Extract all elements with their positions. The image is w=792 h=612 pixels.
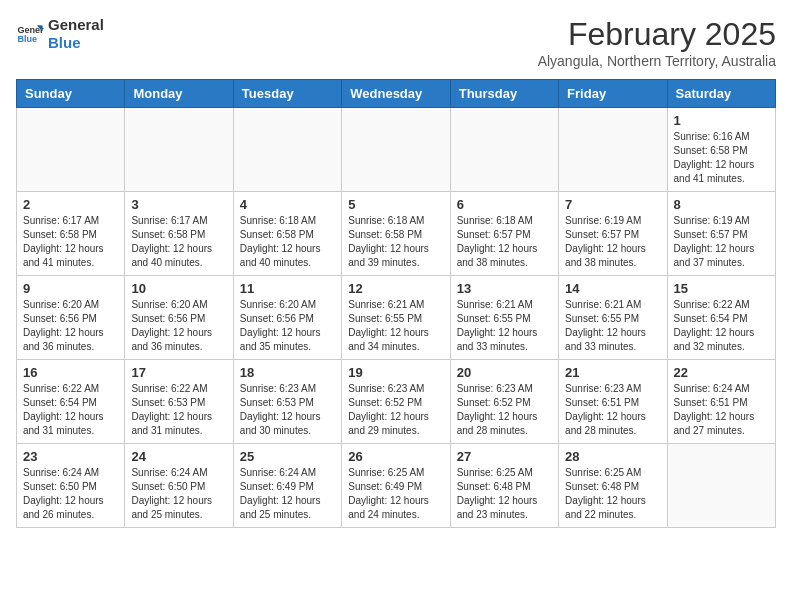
calendar-week-1: 1Sunrise: 6:16 AM Sunset: 6:58 PM Daylig… <box>17 108 776 192</box>
day-number: 1 <box>674 113 769 128</box>
calendar-table: SundayMondayTuesdayWednesdayThursdayFrid… <box>16 79 776 528</box>
calendar-cell: 20Sunrise: 6:23 AM Sunset: 6:52 PM Dayli… <box>450 360 558 444</box>
page-header: General Blue General Blue February 2025 … <box>16 16 776 69</box>
calendar-cell: 15Sunrise: 6:22 AM Sunset: 6:54 PM Dayli… <box>667 276 775 360</box>
calendar-cell <box>233 108 341 192</box>
day-info: Sunrise: 6:20 AM Sunset: 6:56 PM Dayligh… <box>23 298 118 354</box>
calendar-cell: 26Sunrise: 6:25 AM Sunset: 6:49 PM Dayli… <box>342 444 450 528</box>
calendar-cell: 12Sunrise: 6:21 AM Sunset: 6:55 PM Dayli… <box>342 276 450 360</box>
day-info: Sunrise: 6:17 AM Sunset: 6:58 PM Dayligh… <box>131 214 226 270</box>
calendar-week-3: 9Sunrise: 6:20 AM Sunset: 6:56 PM Daylig… <box>17 276 776 360</box>
day-number: 27 <box>457 449 552 464</box>
day-info: Sunrise: 6:25 AM Sunset: 6:48 PM Dayligh… <box>457 466 552 522</box>
day-number: 25 <box>240 449 335 464</box>
day-info: Sunrise: 6:25 AM Sunset: 6:49 PM Dayligh… <box>348 466 443 522</box>
calendar-cell <box>342 108 450 192</box>
day-info: Sunrise: 6:23 AM Sunset: 6:52 PM Dayligh… <box>348 382 443 438</box>
calendar-cell <box>667 444 775 528</box>
day-info: Sunrise: 6:23 AM Sunset: 6:51 PM Dayligh… <box>565 382 660 438</box>
day-info: Sunrise: 6:24 AM Sunset: 6:50 PM Dayligh… <box>131 466 226 522</box>
day-number: 5 <box>348 197 443 212</box>
logo-icon: General Blue <box>16 20 44 48</box>
day-number: 14 <box>565 281 660 296</box>
calendar-cell: 25Sunrise: 6:24 AM Sunset: 6:49 PM Dayli… <box>233 444 341 528</box>
calendar-cell <box>450 108 558 192</box>
day-info: Sunrise: 6:21 AM Sunset: 6:55 PM Dayligh… <box>457 298 552 354</box>
calendar-cell: 6Sunrise: 6:18 AM Sunset: 6:57 PM Daylig… <box>450 192 558 276</box>
day-info: Sunrise: 6:24 AM Sunset: 6:50 PM Dayligh… <box>23 466 118 522</box>
calendar-cell: 16Sunrise: 6:22 AM Sunset: 6:54 PM Dayli… <box>17 360 125 444</box>
day-info: Sunrise: 6:25 AM Sunset: 6:48 PM Dayligh… <box>565 466 660 522</box>
location-title: Alyangula, Northern Territory, Australia <box>538 53 776 69</box>
day-number: 11 <box>240 281 335 296</box>
calendar-cell: 2Sunrise: 6:17 AM Sunset: 6:58 PM Daylig… <box>17 192 125 276</box>
day-info: Sunrise: 6:21 AM Sunset: 6:55 PM Dayligh… <box>565 298 660 354</box>
calendar-cell: 23Sunrise: 6:24 AM Sunset: 6:50 PM Dayli… <box>17 444 125 528</box>
calendar-cell: 24Sunrise: 6:24 AM Sunset: 6:50 PM Dayli… <box>125 444 233 528</box>
day-number: 26 <box>348 449 443 464</box>
weekday-header-wednesday: Wednesday <box>342 80 450 108</box>
logo-line2: Blue <box>48 34 104 52</box>
day-number: 22 <box>674 365 769 380</box>
calendar-cell: 28Sunrise: 6:25 AM Sunset: 6:48 PM Dayli… <box>559 444 667 528</box>
weekday-header-sunday: Sunday <box>17 80 125 108</box>
calendar-cell: 10Sunrise: 6:20 AM Sunset: 6:56 PM Dayli… <box>125 276 233 360</box>
weekday-header-friday: Friday <box>559 80 667 108</box>
day-info: Sunrise: 6:16 AM Sunset: 6:58 PM Dayligh… <box>674 130 769 186</box>
day-number: 12 <box>348 281 443 296</box>
day-number: 8 <box>674 197 769 212</box>
day-info: Sunrise: 6:18 AM Sunset: 6:58 PM Dayligh… <box>348 214 443 270</box>
calendar-cell: 5Sunrise: 6:18 AM Sunset: 6:58 PM Daylig… <box>342 192 450 276</box>
weekday-header-tuesday: Tuesday <box>233 80 341 108</box>
title-section: February 2025 Alyangula, Northern Territ… <box>538 16 776 69</box>
calendar-week-4: 16Sunrise: 6:22 AM Sunset: 6:54 PM Dayli… <box>17 360 776 444</box>
day-number: 20 <box>457 365 552 380</box>
day-info: Sunrise: 6:22 AM Sunset: 6:54 PM Dayligh… <box>23 382 118 438</box>
day-number: 19 <box>348 365 443 380</box>
calendar-cell: 27Sunrise: 6:25 AM Sunset: 6:48 PM Dayli… <box>450 444 558 528</box>
calendar-cell: 7Sunrise: 6:19 AM Sunset: 6:57 PM Daylig… <box>559 192 667 276</box>
day-number: 2 <box>23 197 118 212</box>
day-number: 28 <box>565 449 660 464</box>
day-number: 17 <box>131 365 226 380</box>
day-number: 18 <box>240 365 335 380</box>
logo-line1: General <box>48 16 104 34</box>
calendar-cell: 18Sunrise: 6:23 AM Sunset: 6:53 PM Dayli… <box>233 360 341 444</box>
calendar-cell <box>17 108 125 192</box>
calendar-cell: 8Sunrise: 6:19 AM Sunset: 6:57 PM Daylig… <box>667 192 775 276</box>
day-number: 4 <box>240 197 335 212</box>
calendar-cell: 14Sunrise: 6:21 AM Sunset: 6:55 PM Dayli… <box>559 276 667 360</box>
day-info: Sunrise: 6:20 AM Sunset: 6:56 PM Dayligh… <box>131 298 226 354</box>
day-info: Sunrise: 6:18 AM Sunset: 6:58 PM Dayligh… <box>240 214 335 270</box>
day-number: 24 <box>131 449 226 464</box>
day-number: 9 <box>23 281 118 296</box>
calendar-cell: 4Sunrise: 6:18 AM Sunset: 6:58 PM Daylig… <box>233 192 341 276</box>
day-info: Sunrise: 6:21 AM Sunset: 6:55 PM Dayligh… <box>348 298 443 354</box>
month-title: February 2025 <box>538 16 776 53</box>
calendar-cell: 3Sunrise: 6:17 AM Sunset: 6:58 PM Daylig… <box>125 192 233 276</box>
calendar-week-2: 2Sunrise: 6:17 AM Sunset: 6:58 PM Daylig… <box>17 192 776 276</box>
calendar-week-5: 23Sunrise: 6:24 AM Sunset: 6:50 PM Dayli… <box>17 444 776 528</box>
calendar-cell: 17Sunrise: 6:22 AM Sunset: 6:53 PM Dayli… <box>125 360 233 444</box>
day-info: Sunrise: 6:19 AM Sunset: 6:57 PM Dayligh… <box>565 214 660 270</box>
day-number: 21 <box>565 365 660 380</box>
day-number: 6 <box>457 197 552 212</box>
day-info: Sunrise: 6:24 AM Sunset: 6:51 PM Dayligh… <box>674 382 769 438</box>
calendar-cell: 1Sunrise: 6:16 AM Sunset: 6:58 PM Daylig… <box>667 108 775 192</box>
calendar-cell: 19Sunrise: 6:23 AM Sunset: 6:52 PM Dayli… <box>342 360 450 444</box>
day-info: Sunrise: 6:23 AM Sunset: 6:52 PM Dayligh… <box>457 382 552 438</box>
day-number: 3 <box>131 197 226 212</box>
calendar-cell <box>125 108 233 192</box>
weekday-header-thursday: Thursday <box>450 80 558 108</box>
calendar-cell: 9Sunrise: 6:20 AM Sunset: 6:56 PM Daylig… <box>17 276 125 360</box>
day-number: 7 <box>565 197 660 212</box>
day-info: Sunrise: 6:24 AM Sunset: 6:49 PM Dayligh… <box>240 466 335 522</box>
calendar-cell: 11Sunrise: 6:20 AM Sunset: 6:56 PM Dayli… <box>233 276 341 360</box>
calendar-cell: 22Sunrise: 6:24 AM Sunset: 6:51 PM Dayli… <box>667 360 775 444</box>
day-number: 13 <box>457 281 552 296</box>
day-info: Sunrise: 6:17 AM Sunset: 6:58 PM Dayligh… <box>23 214 118 270</box>
weekday-header-row: SundayMondayTuesdayWednesdayThursdayFrid… <box>17 80 776 108</box>
day-info: Sunrise: 6:20 AM Sunset: 6:56 PM Dayligh… <box>240 298 335 354</box>
weekday-header-monday: Monday <box>125 80 233 108</box>
day-number: 23 <box>23 449 118 464</box>
